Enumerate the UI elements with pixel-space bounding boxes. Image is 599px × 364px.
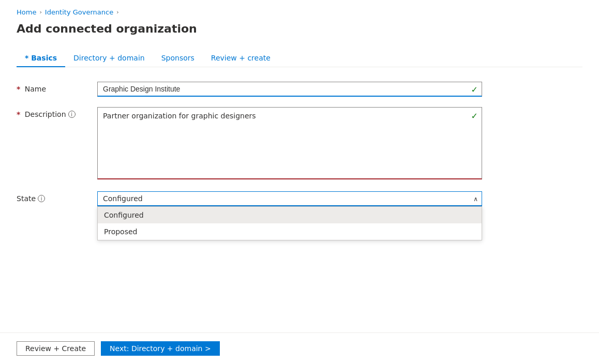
review-create-button[interactable]: Review + Create [17, 341, 95, 356]
description-label: * Description i [17, 107, 89, 118]
main-content: Home › Identity Governance › Add connect… [0, 0, 599, 332]
footer: Review + Create Next: Directory + domain… [0, 332, 599, 364]
breadcrumb-governance[interactable]: Identity Governance [45, 8, 113, 16]
description-info-icon[interactable]: i [68, 111, 76, 118]
state-dropdown[interactable]: Configured [97, 191, 482, 206]
description-input[interactable]: Partner organization for graphic designe… [97, 107, 482, 179]
next-button[interactable]: Next: Directory + domain > [101, 341, 220, 356]
breadcrumb-home[interactable]: Home [17, 8, 36, 16]
state-dropdown-menu: Configured Proposed [97, 206, 482, 240]
state-option-configured[interactable]: Configured [98, 207, 482, 223]
tab-review-create[interactable]: Review + create [203, 50, 279, 67]
name-input-wrap: ✓ [97, 82, 482, 97]
tab-sponsors[interactable]: Sponsors [153, 50, 203, 67]
name-label: * Name [17, 82, 89, 93]
state-info-icon[interactable]: i [38, 195, 45, 202]
state-option-proposed[interactable]: Proposed [98, 223, 482, 240]
tab-directory-domain[interactable]: Directory + domain [65, 50, 153, 67]
tab-basics[interactable]: * Basics [17, 50, 65, 67]
breadcrumb: Home › Identity Governance › [17, 8, 582, 16]
state-selected-value: Configured [103, 194, 143, 203]
page-title: Add connected organization [17, 22, 582, 35]
state-label: State i [17, 191, 89, 203]
description-row: * Description i Partner organization for… [17, 107, 482, 181]
name-check-icon: ✓ [471, 84, 478, 94]
description-input-wrap: Partner organization for graphic designe… [97, 107, 482, 181]
state-row: State i Configured ∧ Configured Proposed [17, 191, 482, 206]
state-dropdown-wrap: Configured ∧ Configured Proposed [97, 191, 482, 206]
breadcrumb-sep-2: › [116, 9, 118, 16]
form-section: * Name ✓ * Description i Partner organiz… [17, 82, 482, 206]
name-required-star: * [17, 85, 20, 93]
breadcrumb-sep-1: › [39, 9, 41, 16]
name-row: * Name ✓ [17, 82, 482, 97]
state-control-wrap: Configured ∧ Configured Proposed [97, 191, 482, 206]
description-check-icon: ✓ [471, 111, 478, 121]
tab-bar: * Basics Directory + domain Sponsors Rev… [17, 50, 582, 67]
name-input[interactable] [97, 82, 482, 97]
desc-required-star: * [17, 110, 20, 118]
